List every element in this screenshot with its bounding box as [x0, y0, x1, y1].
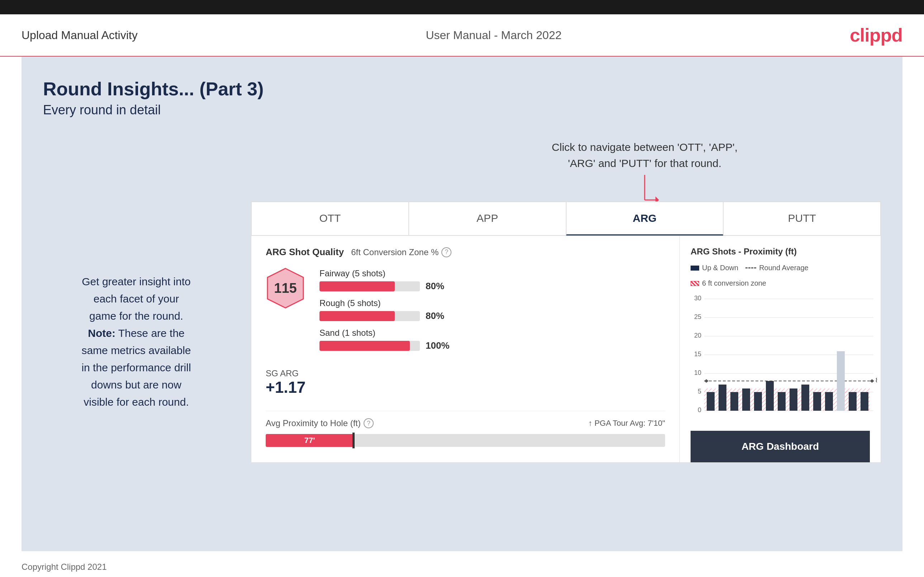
upload-manual-activity-link[interactable]: Upload Manual Activity [21, 29, 138, 42]
metric-fairway-label: Fairway (5 shots) [320, 268, 665, 279]
proximity-bar-container: 77' [266, 434, 665, 447]
bar-chart: 0 5 10 15 20 25 30 [691, 287, 877, 416]
svg-text:10: 10 [694, 369, 701, 376]
chart-header: ARG Shots - Proximity (ft) [691, 247, 870, 256]
svg-text:8: 8 [876, 377, 877, 384]
left-panel: ARG Shot Quality 6ft Conversion Zone % ? [251, 236, 680, 462]
metric-fairway: Fairway (5 shots) 80% [320, 268, 665, 292]
legend-6ft: 6 ft conversion zone [691, 279, 766, 287]
arg-dashboard-button[interactable]: ARG Dashboard [691, 431, 870, 462]
proximity-cursor [352, 433, 355, 448]
legend-6ft-label: 6 ft conversion zone [702, 279, 766, 287]
metric-rough-bar-fill [320, 311, 395, 321]
metrics-list: Fairway (5 shots) 80% Rough (5 shots) [320, 268, 665, 358]
tabs: OTT APP ARG PUTT [251, 202, 880, 236]
top-bar [0, 0, 924, 15]
header: Upload Manual Activity User Manual - Mar… [0, 15, 924, 56]
hex-score-container: 115 [266, 268, 305, 308]
instruction-text: Get greater insight into each facet of y… [43, 201, 229, 411]
proximity-help-icon[interactable]: ? [363, 418, 374, 428]
svg-text:0: 0 [698, 406, 701, 414]
proximity-header: Avg Proximity to Hole (ft) ? ↑ PGA Tour … [266, 418, 665, 428]
metric-sand-bar-bg [320, 341, 420, 351]
sg-value: +1.17 [266, 379, 665, 396]
metric-fairway-value: 80% [426, 280, 447, 292]
main-content: Round Insights... (Part 3) Every round i… [21, 56, 903, 551]
metric-rough-label: Rough (5 shots) [320, 298, 665, 308]
metric-fairway-bar-row: 80% [320, 280, 665, 292]
panel-subtitle: 6ft Conversion Zone % ? [351, 247, 451, 257]
annotation-text: Click to navigate between 'OTT', 'APP','… [552, 139, 738, 171]
panel-title: ARG Shot Quality [266, 247, 344, 258]
svg-rect-29 [766, 381, 774, 411]
clippd-logo: clippd [850, 24, 903, 46]
chart-title: ARG Shots - Proximity (ft) [691, 247, 797, 256]
right-panel: ARG Shots - Proximity (ft) Up & Down Rou… [680, 236, 880, 462]
chart-area: 0 5 10 15 20 25 30 [691, 287, 870, 424]
metric-fairway-bar-bg [320, 281, 420, 292]
legend-up-down: Up & Down [691, 264, 738, 272]
legend-round-avg-label: Round Average [759, 264, 809, 272]
tab-putt[interactable]: PUTT [723, 202, 880, 235]
hex-score-value: 115 [274, 280, 297, 296]
note-label: Note: [88, 327, 115, 339]
svg-marker-20 [870, 379, 874, 383]
proximity-bar-fill: 77' [266, 434, 354, 447]
metric-rough-bar-bg [320, 311, 420, 321]
legend-round-avg: Round Average [745, 264, 809, 272]
metric-rough: Rough (5 shots) 80% [320, 298, 665, 321]
proximity-section: Avg Proximity to Hole (ft) ? ↑ PGA Tour … [266, 411, 665, 447]
proximity-bar-bg: 77' [266, 434, 665, 447]
sg-label: SG ARG [266, 368, 665, 379]
svg-rect-28 [754, 392, 762, 411]
svg-rect-32 [801, 385, 809, 411]
panel-body: ARG Shot Quality 6ft Conversion Zone % ? [251, 236, 880, 462]
svg-rect-31 [790, 388, 798, 411]
legend-dashed-box [745, 268, 756, 268]
svg-marker-19 [704, 379, 709, 383]
help-icon[interactable]: ? [441, 247, 451, 257]
metric-rough-bar-row: 80% [320, 310, 665, 321]
tab-ott[interactable]: OTT [251, 202, 409, 235]
legend-hatched-box [691, 281, 699, 286]
chart-legend: Up & Down Round Average 6 ft conversion … [691, 264, 870, 287]
dashboard-panel: OTT APP ARG PUTT ARG Shot Quality 6ft Co… [251, 201, 881, 463]
metric-sand: Sand (1 shots) 100% [320, 328, 665, 351]
sg-section: SG ARG +1.17 [266, 368, 665, 396]
page-title: Round Insights... (Part 3) [43, 78, 881, 100]
svg-rect-25 [719, 385, 727, 411]
svg-text:5: 5 [698, 388, 701, 395]
footer: Copyright Clippd 2021 [0, 551, 924, 577]
svg-rect-26 [730, 392, 738, 411]
metric-sand-bar-row: 100% [320, 340, 665, 351]
proximity-label: Avg Proximity to Hole (ft) ? [266, 418, 374, 428]
legend-solid-box [691, 266, 699, 271]
svg-rect-35 [837, 351, 845, 411]
metric-fairway-bar-fill [320, 281, 395, 292]
metric-sand-label: Sand (1 shots) [320, 328, 665, 338]
panel-header: ARG Shot Quality 6ft Conversion Zone % ? [266, 247, 665, 258]
svg-text:15: 15 [694, 350, 701, 358]
svg-rect-23 [704, 388, 870, 411]
proximity-value: 77' [304, 436, 315, 445]
svg-text:25: 25 [694, 313, 701, 321]
svg-rect-34 [825, 392, 833, 411]
metric-sand-value: 100% [426, 340, 450, 351]
svg-rect-33 [813, 392, 821, 411]
copyright: Copyright Clippd 2021 [21, 562, 107, 572]
left-section: Get greater insight into each facet of y… [43, 201, 229, 463]
svg-rect-36 [849, 392, 856, 411]
svg-rect-27 [742, 388, 750, 411]
tab-app[interactable]: APP [409, 202, 566, 235]
svg-rect-24 [707, 392, 715, 411]
metric-rough-value: 80% [426, 310, 447, 321]
metric-sand-bar-fill [320, 341, 410, 351]
svg-rect-37 [861, 392, 868, 411]
tab-arg[interactable]: ARG [566, 202, 724, 235]
page-subtitle: Every round in detail [43, 103, 881, 118]
legend-up-down-label: Up & Down [702, 264, 738, 272]
svg-rect-30 [778, 392, 786, 411]
hex-score-section: 115 Fairway (5 shots) 80% [266, 268, 665, 358]
svg-text:20: 20 [694, 332, 701, 339]
pga-avg: ↑ PGA Tour Avg: 7'10" [588, 419, 665, 428]
